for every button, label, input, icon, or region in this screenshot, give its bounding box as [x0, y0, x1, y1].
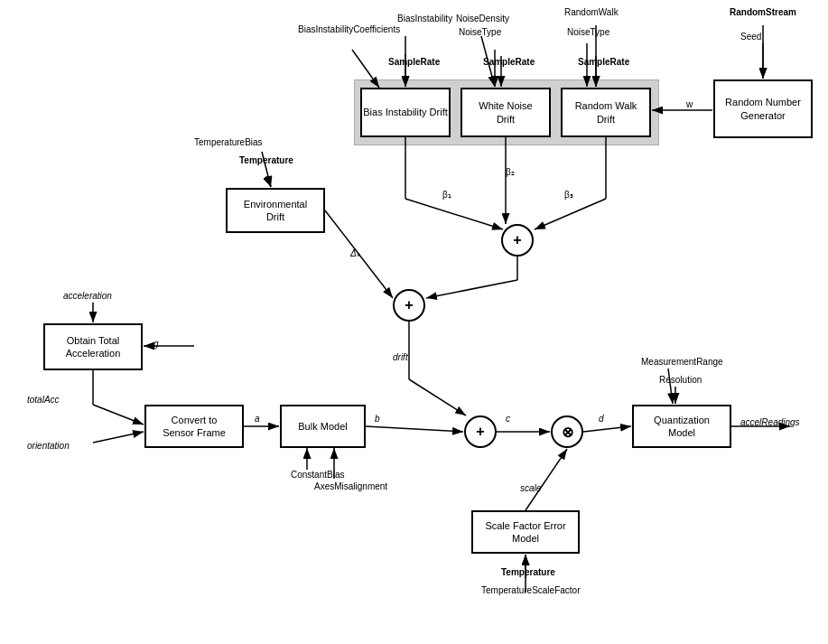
- svg-line-20: [426, 280, 517, 298]
- quantization-block: QuantizationModel: [632, 405, 731, 448]
- obtain-total-label: Obtain TotalAcceleration: [66, 334, 121, 360]
- sum-circle-1: +: [501, 224, 534, 257]
- measurement-range-label: MeasurementRange: [641, 357, 723, 367]
- svg-line-32: [366, 426, 463, 432]
- temperature-scale-label: TemperatureScaleFactor: [481, 585, 581, 595]
- sample-rate-1-label: SampleRate: [388, 57, 440, 67]
- bulk-model-block: Bulk Model: [280, 405, 366, 448]
- quantization-label: QuantizationModel: [654, 414, 710, 440]
- w-label: w: [686, 99, 693, 109]
- temperature-1-label: Temperature: [239, 155, 293, 165]
- svg-line-36: [583, 426, 631, 432]
- bias-instability-top-label: BiasInstability: [397, 14, 452, 23]
- noise-density-label: NoiseDensity: [456, 14, 509, 23]
- svg-line-29: [93, 405, 144, 425]
- svg-line-37: [526, 449, 567, 510]
- beta1-label: β₁: [442, 190, 451, 200]
- white-noise-label: White NoiseDrift: [479, 99, 532, 126]
- environmental-label: EnvironmentalDrift: [244, 198, 307, 224]
- svg-line-15: [405, 199, 503, 229]
- total-acc-label: totalAcc: [27, 395, 60, 405]
- resolution-label: Resolution: [659, 375, 702, 385]
- bias-instability-coeff-label: BiasInstabilityCoefficients: [298, 24, 400, 34]
- bias-instability-label: Bias Instability Drift: [363, 106, 448, 118]
- svg-line-40: [668, 369, 673, 404]
- a-label: a: [255, 414, 260, 424]
- environmental-block: EnvironmentalDrift: [226, 188, 325, 233]
- orientation-label: orientation: [27, 441, 70, 451]
- svg-line-22: [266, 176, 271, 187]
- bulk-model-label: Bulk Model: [298, 420, 347, 433]
- random-number-block: Random NumberGenerator: [713, 79, 813, 138]
- diagram: Bias Instability Drift White NoiseDrift …: [0, 0, 828, 644]
- temperature-2-label: Temperature: [501, 567, 555, 577]
- sample-rate-3-label: SampleRate: [578, 57, 629, 67]
- scale-label: scale: [520, 483, 541, 493]
- bias-instability-block: Bias Instability Drift: [360, 88, 451, 137]
- mult-circle: ⊗: [551, 415, 583, 448]
- noise-type-2-label: NoiseType: [567, 27, 609, 37]
- white-noise-block: White NoiseDrift: [461, 88, 551, 137]
- sum-circle-3: +: [464, 415, 497, 448]
- obtain-total-block: Obtain TotalAcceleration: [43, 323, 143, 370]
- scale-factor-block: Scale Factor ErrorModel: [471, 510, 580, 554]
- svg-line-30: [93, 432, 144, 443]
- beta3-label: β₃: [564, 190, 573, 200]
- scale-factor-label: Scale Factor ErrorModel: [485, 519, 565, 546]
- svg-line-18: [535, 199, 606, 229]
- g-label: g: [154, 339, 159, 349]
- delta-e-label: Δₑ: [350, 248, 360, 258]
- convert-block: Convert toSensor Frame: [144, 405, 244, 448]
- random-number-label: Random NumberGenerator: [725, 96, 801, 122]
- seed-label: Seed: [740, 32, 761, 42]
- c-label: c: [506, 414, 510, 424]
- sum-circle-2: +: [393, 289, 425, 322]
- temperature-bias-label: TemperatureBias: [194, 137, 263, 147]
- b-label: b: [375, 414, 380, 424]
- drift-label: drift: [393, 352, 408, 362]
- beta2-label: β₂: [506, 167, 515, 177]
- random-walk-label: Random WalkDrift: [575, 99, 637, 126]
- random-walk-top-label: RandomWalk: [564, 7, 619, 17]
- sample-rate-2-label: SampleRate: [483, 57, 535, 67]
- axes-misalignment-label: AxesMisalignment: [314, 481, 387, 491]
- noise-type-1-label: NoiseType: [459, 27, 501, 37]
- random-stream-label: RandomStream: [730, 7, 796, 17]
- constant-bias-label: ConstantBias: [291, 470, 344, 480]
- random-walk-block: Random WalkDrift: [561, 88, 651, 137]
- svg-line-25: [409, 379, 466, 415]
- acceleration-label: acceleration: [63, 291, 112, 301]
- convert-label: Convert toSensor Frame: [163, 414, 226, 440]
- d-label: d: [599, 414, 604, 424]
- accel-readings-label: accelReadings: [740, 417, 800, 427]
